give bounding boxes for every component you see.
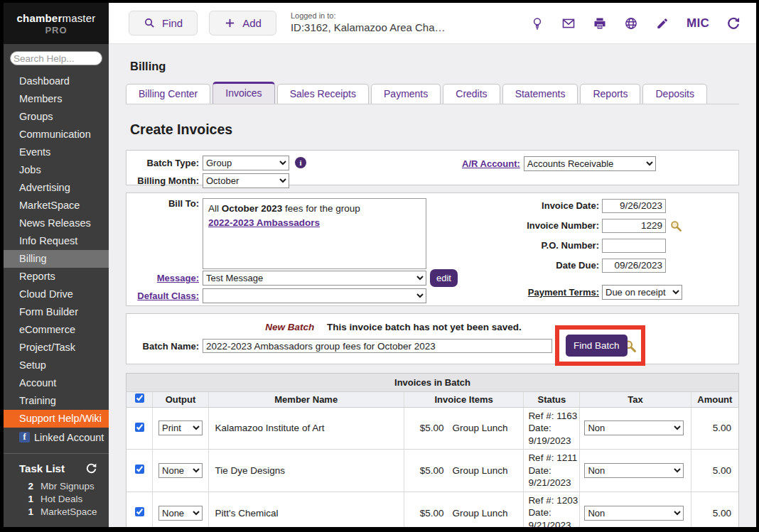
task-label: MarketSpace: [41, 506, 97, 519]
invoice-items-cell: $5.00Group Lunch: [404, 450, 523, 492]
add-button[interactable]: Add: [209, 11, 276, 36]
invoice-row: PrintKalamazoo Institute of Art$5.00Grou…: [126, 407, 738, 450]
refresh-icon[interactable]: [726, 16, 741, 31]
envelope-icon[interactable]: [561, 16, 576, 31]
edit-message-button[interactable]: edit: [430, 269, 458, 287]
member-name-cell: Kalamazoo Institute of Art: [208, 407, 404, 450]
status-ref: Ref #: 1203: [528, 494, 579, 507]
sidebar-item-form-builder[interactable]: Form Builder: [4, 303, 109, 321]
task-item[interactable]: 1MarketSpace: [4, 506, 109, 519]
find-batch-button[interactable]: Find Batch: [566, 335, 628, 357]
tab-statements[interactable]: Statements: [502, 84, 578, 104]
invoice-date-input[interactable]: [602, 199, 666, 213]
sidebar-item-members[interactable]: Members: [4, 90, 109, 108]
create-invoices-title: Create Invoices: [130, 121, 739, 138]
sidebar-item-training[interactable]: Training: [4, 392, 109, 410]
row-checkbox[interactable]: [135, 465, 144, 474]
ar-account-select[interactable]: Accounts Receivable: [524, 156, 656, 171]
message-select[interactable]: Test Message: [203, 271, 426, 286]
sidebar-item-reports[interactable]: Reports: [4, 268, 109, 286]
select-all-checkbox[interactable]: [135, 393, 144, 403]
sidebar-item-news-releases[interactable]: News Releases: [4, 215, 109, 232]
find-button[interactable]: Find: [129, 11, 198, 36]
item-name: Group Lunch: [453, 508, 508, 519]
status-cell: Ref #: 1163Date:9/19/2023: [524, 407, 580, 450]
billing-month-label: Billing Month:: [126, 175, 199, 186]
sidebar-item-account[interactable]: Account: [4, 374, 109, 392]
pencil-icon[interactable]: [655, 16, 669, 31]
invoice-items-cell: $5.00Group Lunch: [404, 407, 523, 450]
sidebar-item-groups[interactable]: Groups: [4, 108, 109, 126]
default-class-select[interactable]: [203, 288, 426, 303]
info-icon[interactable]: i: [295, 157, 306, 168]
task-item[interactable]: 2Mbr Signups: [4, 480, 109, 493]
tax-select[interactable]: Non: [584, 420, 684, 435]
batch-type-select[interactable]: Group: [203, 156, 289, 170]
sidebar-item-events[interactable]: Events: [4, 143, 109, 161]
sidebar-menu: DashboardMembersGroupsCommunicationEvent…: [4, 72, 109, 428]
output-select[interactable]: None: [158, 463, 203, 478]
task-refresh-icon[interactable]: [85, 462, 97, 474]
row-checkbox[interactable]: [135, 507, 144, 516]
ar-account-link[interactable]: A/R Account:: [462, 158, 520, 169]
task-count: 2: [25, 480, 33, 493]
new-batch-flag: New Batch: [265, 322, 314, 332]
sidebar-item-support-help-wiki[interactable]: Support Help/Wiki: [4, 410, 109, 428]
group-link[interactable]: 2022-2023 Ambassadors: [208, 216, 320, 230]
output-select[interactable]: Print: [158, 420, 203, 435]
invoice-number-lookup-icon[interactable]: [669, 219, 682, 232]
tab-billing-center[interactable]: Billing Center: [126, 84, 210, 104]
default-class-link[interactable]: Default Class:: [126, 291, 199, 301]
output-cell: None: [153, 492, 208, 527]
help-search-input[interactable]: [10, 51, 102, 65]
invoice-number-input[interactable]: [602, 219, 666, 233]
sidebar-item-dashboard[interactable]: Dashboard: [4, 72, 109, 90]
sidebar-item-linked-account[interactable]: f Linked Account: [4, 428, 109, 447]
sidebar-item-communication[interactable]: Communication: [4, 126, 109, 143]
sidebar-item-jobs[interactable]: Jobs: [4, 161, 109, 179]
status-cell: Ref #: 1203Date:9/21/2023: [524, 492, 580, 527]
payment-terms-select[interactable]: Due on receipt: [602, 285, 682, 300]
batch-name-input[interactable]: [203, 339, 552, 353]
sidebar-item-marketspace[interactable]: MarketSpace: [4, 197, 109, 215]
batch-name-label: Batch Name:: [126, 341, 199, 352]
printer-icon[interactable]: [593, 16, 607, 31]
sidebar-item-billing[interactable]: Billing: [4, 250, 109, 268]
tab-payments[interactable]: Payments: [371, 84, 441, 104]
tab-sales-receipts[interactable]: Sales Receipts: [277, 84, 369, 104]
message-link[interactable]: Message:: [126, 273, 199, 283]
sidebar-item-project-task[interactable]: Project/Task: [4, 339, 109, 357]
batch-type-panel: Batch Type: Group i Billing Month: Octob…: [126, 150, 739, 185]
tax-select[interactable]: Non: [584, 506, 684, 521]
item-price: $5.00: [420, 465, 444, 476]
billing-tabs: Billing CenterInvoicesSales ReceiptsPaym…: [126, 82, 739, 104]
sidebar-item-cloud-drive[interactable]: Cloud Drive: [4, 286, 109, 303]
sidebar-item-ecommerce[interactable]: eCommerce: [4, 321, 109, 339]
po-number-input[interactable]: [602, 239, 666, 253]
sidebar-item-info-request[interactable]: Info Request: [4, 232, 109, 250]
task-item[interactable]: 1Hot Deals: [4, 493, 109, 506]
sidebar-item-advertising[interactable]: Advertising: [4, 179, 109, 197]
tab-deposits[interactable]: Deposits: [642, 84, 706, 104]
tab-reports[interactable]: Reports: [580, 84, 640, 104]
date-due-input[interactable]: [602, 259, 666, 273]
sidebar-item-setup[interactable]: Setup: [4, 357, 109, 374]
status-cell: Ref #: 1211Date:9/21/2023: [524, 450, 580, 492]
logged-in-caption: Logged in to:: [291, 11, 446, 21]
billing-month-select[interactable]: October: [203, 173, 289, 188]
globe-icon[interactable]: [624, 16, 638, 31]
topbar: Find Add Logged in to: ID:3162, Kalamazo…: [109, 3, 756, 44]
tab-invoices[interactable]: Invoices: [212, 82, 274, 104]
output-select[interactable]: None: [158, 506, 203, 521]
payment-terms-link[interactable]: Payment Terms:: [480, 287, 599, 298]
mic-label[interactable]: MIC: [687, 16, 709, 31]
task-list: 2Mbr Signups1Hot Deals1MarketSpace: [4, 480, 109, 519]
app-window: chambermaster PRO DashboardMembersGroups…: [0, 0, 759, 532]
row-checkbox[interactable]: [135, 423, 144, 432]
chambermaster-logo: chambermaster PRO: [4, 3, 109, 44]
tab-credits[interactable]: Credits: [443, 84, 500, 104]
search-icon: [144, 17, 156, 29]
tax-select[interactable]: Non: [584, 463, 684, 478]
lightbulb-icon[interactable]: [530, 16, 544, 31]
invoice-number-label: Invoice Number:: [480, 220, 599, 231]
